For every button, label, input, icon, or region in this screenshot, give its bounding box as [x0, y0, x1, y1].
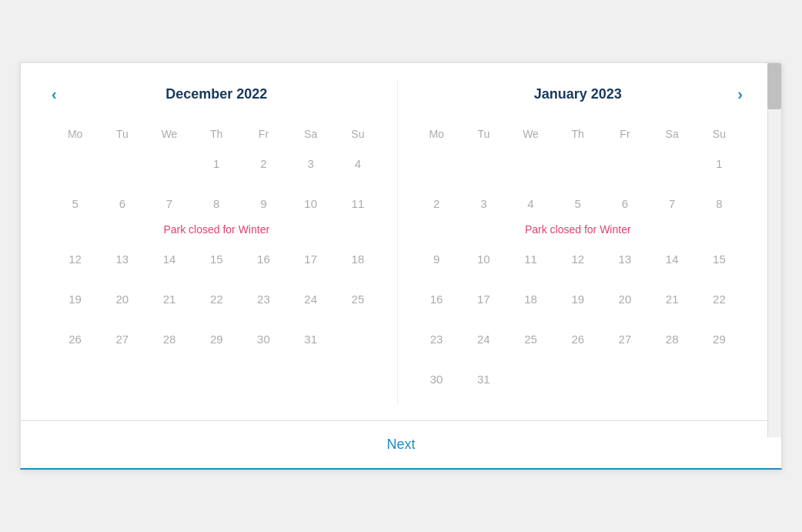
december-day-headers: Mo Tu We Th Fr Sa Su — [52, 125, 382, 143]
day-cell[interactable]: 9 — [413, 245, 460, 285]
day-cell[interactable]: 9 — [240, 189, 287, 229]
dec-header-su: Su — [334, 125, 381, 143]
day-cell[interactable]: 11 — [507, 245, 554, 285]
day-cell[interactable]: 28 — [145, 325, 192, 365]
day-number: 19 — [69, 293, 82, 306]
day-cell — [649, 365, 696, 405]
scrollbar[interactable] — [767, 63, 781, 437]
day-cell[interactable]: 21 — [145, 285, 192, 325]
day-cell[interactable]: 29 — [193, 325, 240, 365]
day-cell[interactable]: 4 — [507, 189, 554, 229]
day-cell[interactable]: 30 — [240, 325, 287, 365]
day-cell[interactable]: 5 — [52, 189, 99, 229]
jan-header-mo: Mo — [413, 125, 460, 143]
day-cell[interactable]: 18 — [507, 285, 554, 325]
prev-month-button[interactable]: ‹ — [44, 82, 65, 105]
day-cell[interactable]: 14 — [649, 245, 696, 285]
day-cell[interactable]: 23 — [240, 285, 287, 325]
day-cell — [413, 149, 460, 189]
day-cell[interactable]: 20 — [601, 285, 648, 325]
day-cell[interactable]: 25 — [507, 325, 554, 365]
day-cell[interactable]: 22 — [696, 285, 743, 325]
day-cell[interactable]: 27 — [99, 325, 145, 365]
day-cell[interactable]: 29 — [696, 325, 743, 365]
day-cell[interactable]: 12 — [52, 245, 99, 285]
day-number: 7 — [669, 197, 675, 210]
day-cell[interactable]: 16 — [413, 285, 460, 325]
day-cell — [145, 149, 192, 189]
day-cell[interactable]: 2 — [240, 149, 287, 189]
next-button[interactable]: Next — [363, 432, 438, 457]
day-cell[interactable]: 4 — [334, 149, 381, 189]
day-cell — [507, 365, 554, 405]
day-cell[interactable]: 26 — [554, 325, 601, 365]
january-title: January 2023 — [534, 86, 622, 102]
day-cell[interactable]: 13 — [99, 245, 145, 285]
day-number: 29 — [210, 333, 223, 346]
day-cell[interactable]: 6 — [601, 189, 648, 229]
day-cell[interactable]: 17 — [460, 285, 507, 325]
day-cell[interactable]: 24 — [287, 285, 334, 325]
day-cell[interactable]: 16 — [240, 245, 287, 285]
day-cell[interactable]: 7 — [649, 189, 696, 229]
day-cell[interactable]: 19 — [554, 285, 601, 325]
day-cell[interactable]: 7 — [145, 189, 192, 229]
day-cell[interactable]: 22 — [193, 285, 240, 325]
day-number: 16 — [257, 253, 270, 266]
day-cell[interactable]: 11 — [334, 189, 381, 229]
day-cell[interactable]: 14 — [145, 245, 192, 285]
day-cell[interactable]: 8 — [193, 189, 240, 229]
day-cell[interactable]: 19 — [52, 285, 99, 325]
day-cell[interactable]: 24 — [460, 325, 507, 365]
jan-header-th: Th — [554, 125, 601, 143]
day-cell[interactable]: 2 — [413, 189, 460, 229]
day-cell[interactable]: 31 — [460, 365, 507, 405]
day-number: 21 — [666, 293, 679, 306]
day-cell[interactable]: 10 — [287, 189, 334, 229]
day-number: 27 — [115, 333, 129, 346]
day-cell[interactable]: 3 — [287, 149, 334, 189]
day-number: 24 — [304, 293, 317, 306]
day-cell[interactable]: 27 — [601, 325, 648, 365]
day-cell[interactable]: 23 — [413, 325, 460, 365]
december-days-grid: 1234567891011Park closed for Winter12131… — [52, 149, 382, 365]
january-days-grid: 12345678Park closed for Winter9101112131… — [413, 149, 744, 405]
day-number: 17 — [477, 293, 490, 306]
day-cell[interactable]: 15 — [193, 245, 240, 285]
day-cell[interactable]: 10 — [460, 245, 507, 285]
dec-header-fr: Fr — [240, 125, 287, 143]
day-cell[interactable]: 28 — [649, 325, 696, 365]
day-cell[interactable]: 1 — [193, 149, 240, 189]
day-number: 21 — [163, 293, 176, 306]
day-cell[interactable]: 21 — [649, 285, 696, 325]
day-cell[interactable]: 25 — [334, 285, 381, 325]
day-cell[interactable]: 30 — [413, 365, 460, 405]
day-number: 15 — [210, 253, 223, 266]
next-month-button[interactable]: › — [730, 82, 750, 105]
day-number: 9 — [433, 253, 439, 266]
dec-header-th: Th — [193, 125, 240, 143]
day-cell[interactable]: 1 — [696, 149, 743, 189]
day-cell[interactable]: 17 — [287, 245, 334, 285]
day-number: 24 — [477, 333, 490, 346]
day-cell[interactable]: 26 — [52, 325, 99, 365]
day-cell[interactable]: 5 — [554, 189, 601, 229]
jan-header-su: Su — [696, 125, 743, 143]
day-cell[interactable]: 15 — [696, 245, 743, 285]
day-number: 7 — [166, 197, 172, 210]
day-number: 4 — [527, 197, 533, 210]
day-cell[interactable]: 20 — [99, 285, 145, 325]
day-cell[interactable]: 12 — [554, 245, 601, 285]
day-cell[interactable]: 3 — [460, 189, 507, 229]
scrollbar-thumb[interactable] — [767, 63, 781, 109]
day-cell[interactable]: 31 — [287, 325, 334, 365]
day-number: 2 — [260, 157, 266, 170]
day-cell[interactable]: 18 — [334, 245, 381, 285]
day-cell[interactable]: 13 — [601, 245, 648, 285]
day-cell — [696, 365, 743, 405]
day-cell[interactable]: 8 — [696, 189, 743, 229]
day-number: 6 — [622, 197, 628, 210]
day-cell[interactable]: 6 — [99, 189, 145, 229]
day-cell — [460, 149, 507, 189]
calendar-january: January 2023 › Mo Tu We Th Fr Sa Su 1234… — [398, 79, 759, 405]
